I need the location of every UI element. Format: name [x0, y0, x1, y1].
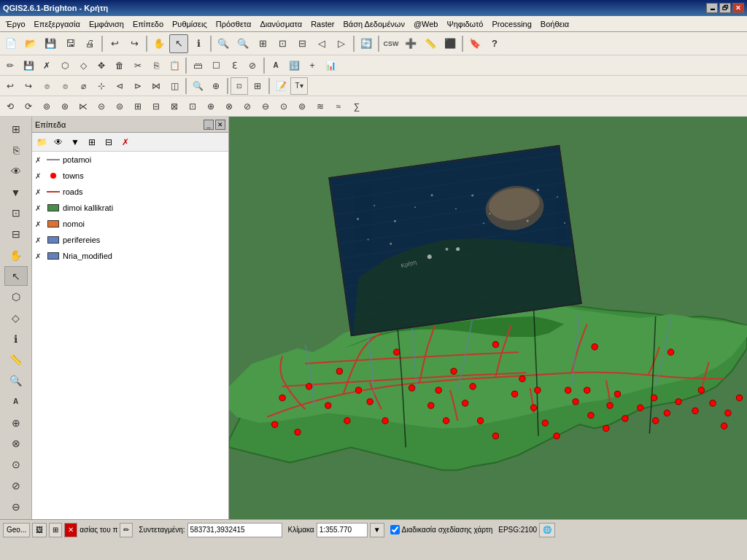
collapse-all-button[interactable]: ⊟ — [101, 134, 117, 150]
ext-t16[interactable]: ⊙ — [275, 98, 293, 115]
close-button[interactable]: ✕ — [732, 3, 744, 13]
node-tool-button[interactable]: ◇ — [74, 57, 92, 74]
adv-snap2[interactable]: ⌾ — [56, 77, 74, 95]
status-close-btn[interactable]: ✕ — [64, 523, 77, 537]
render-checkbox[interactable] — [390, 525, 400, 534]
remove-layer-button[interactable]: ✗ — [117, 134, 133, 150]
ext-t14[interactable]: ⊘ — [239, 98, 256, 115]
ext-t5[interactable]: ⋉ — [74, 98, 92, 115]
menu-ergo[interactable]: Έργο — [1, 18, 30, 30]
epsg-button[interactable]: 🌐 — [539, 523, 555, 537]
status-btn3[interactable]: ⊞ — [49, 523, 62, 537]
manage-layer-visibility[interactable]: 👁 — [50, 134, 66, 150]
save-as-button[interactable]: 🖫 — [61, 34, 80, 53]
layer-check-potamoi[interactable]: ✗ — [35, 156, 44, 164]
label-tool-button[interactable]: A — [267, 57, 285, 74]
menu-web[interactable]: @Web — [409, 18, 443, 30]
left-t2[interactable]: ⊟ — [4, 225, 28, 244]
delete-selected-button[interactable]: 🗑 — [111, 57, 128, 74]
menu-epexergasia[interactable]: Επεξεργασία — [30, 18, 85, 30]
layer-check-perifereies[interactable]: ✗ — [35, 236, 44, 244]
adv-snap1[interactable]: ⌾ — [38, 77, 55, 95]
adv-snap4[interactable]: ⊹ — [93, 77, 110, 95]
layer-item-nria[interactable]: ✗ Nria_modified — [32, 248, 228, 264]
left-filter[interactable]: ▼ — [4, 182, 28, 202]
ext-t10[interactable]: ⊠ — [166, 98, 183, 115]
attributes-table-button[interactable]: 🗃 — [189, 57, 206, 74]
left-t3[interactable]: ⊕ — [4, 413, 28, 432]
annotation-btn[interactable]: 📝 — [272, 77, 290, 95]
menu-psifidoto[interactable]: Ψηφιδωτό — [443, 18, 488, 30]
layers-panel-minimize[interactable]: _ — [204, 120, 214, 130]
left-t7[interactable]: ⊖ — [4, 497, 28, 516]
discard-edits-button[interactable]: ✗ — [38, 57, 55, 74]
zoom-prev-button[interactable]: ◁ — [312, 34, 331, 53]
zoom-select-button[interactable]: ⊟ — [293, 34, 311, 53]
ext-t4[interactable]: ⊛ — [56, 98, 74, 115]
ext-t8[interactable]: ⊞ — [129, 98, 147, 115]
layer-item-nomoi[interactable]: ✗ nomoi — [32, 216, 228, 232]
scale-input[interactable] — [317, 523, 368, 537]
add-group-button[interactable]: 📁 — [34, 134, 50, 150]
ext-t20[interactable]: ∑ — [348, 98, 365, 115]
statistics-button[interactable]: 📊 — [322, 57, 339, 74]
move-feature-button[interactable]: ✥ — [93, 57, 110, 74]
copy-feature-button[interactable]: ⎘ — [147, 57, 165, 74]
left-t4[interactable]: ⊗ — [4, 434, 28, 454]
select-button[interactable]: ↖ — [169, 34, 188, 53]
measure-button[interactable]: 📏 — [421, 34, 440, 53]
ext-t9[interactable]: ⊟ — [147, 98, 165, 115]
ext-t1[interactable]: ⟲ — [1, 98, 19, 115]
menu-epipedo[interactable]: Επίπεδο — [128, 18, 168, 30]
minimize-button[interactable]: 🗕 — [706, 3, 718, 13]
layer-check-towns[interactable]: ✗ — [35, 172, 44, 180]
left-t1[interactable]: ⊡ — [4, 203, 28, 223]
menu-database[interactable]: Βάση Δεδομένων — [339, 18, 409, 30]
add-layer-button[interactable]: + — [303, 57, 321, 74]
ext-t17[interactable]: ⊚ — [293, 98, 311, 115]
measure-area-button[interactable]: ⬛ — [441, 34, 460, 53]
layer-check-roads[interactable]: ✗ — [35, 188, 44, 196]
left-zoom[interactable]: 🔍 — [4, 371, 28, 391]
zoom-out-button[interactable]: 🔍 — [233, 34, 252, 53]
menu-raster[interactable]: Raster — [306, 18, 338, 30]
menu-emfanisi[interactable]: Εμφάνιση — [85, 18, 128, 30]
menu-dianismata[interactable]: Διανύσματα — [255, 18, 306, 30]
ext-t6[interactable]: ⊝ — [93, 98, 110, 115]
ext-t19[interactable]: ≈ — [330, 98, 347, 115]
ext-t2[interactable]: ⟳ — [20, 98, 37, 115]
menu-voitheia[interactable]: Βοήθεια — [536, 18, 573, 30]
ext-t12[interactable]: ⊕ — [202, 98, 220, 115]
deselect-button[interactable]: ⊘ — [244, 57, 261, 74]
zoom-full-button[interactable]: ⊞ — [253, 34, 272, 53]
save-project-button[interactable]: 💾 — [41, 34, 60, 53]
ext-t11[interactable]: ⊡ — [184, 98, 201, 115]
add-wms-button[interactable]: ➕ — [401, 34, 420, 53]
zoom-layer-button[interactable]: ⊡ — [273, 34, 292, 53]
layer-check-nria[interactable]: ✗ — [35, 252, 44, 260]
select-expression-button[interactable]: Ɛ — [225, 57, 243, 74]
ext-t3[interactable]: ⊚ — [38, 98, 55, 115]
spatial-bookmark-button[interactable]: 🔖 — [465, 34, 484, 53]
layer-check-dimoi[interactable]: ✗ — [35, 204, 44, 212]
help-button[interactable]: ? — [485, 34, 504, 53]
zoom-select2-btn[interactable]: 🔍 — [189, 77, 206, 95]
geo-button[interactable]: Geo... — [3, 523, 30, 537]
adv-t2[interactable]: ⊳ — [129, 77, 147, 95]
undo-button[interactable]: ↩ — [105, 34, 124, 53]
expand-all-button[interactable]: ⊞ — [84, 134, 100, 150]
left-pan[interactable]: ✋ — [4, 245, 28, 265]
select-features-button[interactable]: ☐ — [207, 57, 225, 74]
save-edits-button[interactable]: 💾 — [20, 57, 37, 74]
zoom-in-button[interactable]: 🔍 — [214, 34, 233, 53]
adv-snap3[interactable]: ⌀ — [74, 77, 92, 95]
adv-t3[interactable]: ⋈ — [147, 77, 165, 95]
adv-t1[interactable]: ⊲ — [111, 77, 128, 95]
layer-item-dimoi[interactable]: ✗ dimoi kallikrati — [32, 200, 228, 216]
left-measure[interactable]: 📏 — [4, 350, 28, 370]
filter-layer-legend[interactable]: ▼ — [67, 134, 83, 150]
map-area[interactable]: Κρήτη — [229, 117, 747, 519]
layer-item-towns[interactable]: ✗ towns — [32, 168, 228, 184]
menu-prostheta[interactable]: Πρόσθετα — [212, 18, 256, 30]
status-pencil-btn[interactable]: ✏ — [120, 523, 133, 537]
